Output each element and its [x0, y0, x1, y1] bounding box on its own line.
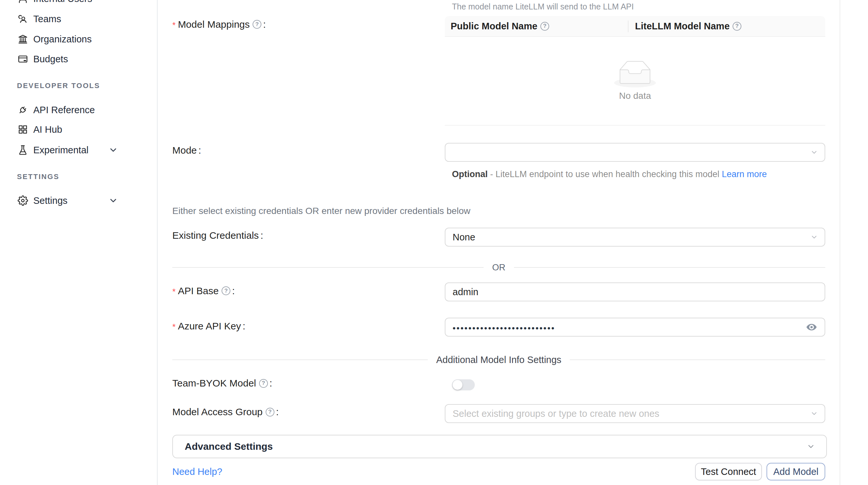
model-mappings-label: * Model Mappings ? : [172, 18, 266, 30]
test-connect-button[interactable]: Test Connect [695, 463, 762, 480]
user-icon [18, 0, 28, 4]
api-base-label: * API Base ? : [172, 285, 235, 297]
sidebar-item-label: AI Hub [33, 124, 62, 135]
help-circle-icon[interactable]: ? [540, 22, 549, 31]
credit-card-icon [18, 54, 28, 64]
chevron-down-icon [810, 149, 818, 156]
credentials-note: Either select existing credentials OR en… [172, 206, 470, 216]
masked-password: •••••••••••••••••••••••••• [453, 323, 555, 333]
advanced-settings-label: Advanced Settings [185, 441, 273, 452]
azure-api-key-input[interactable]: •••••••••••••••••••••••••• [445, 318, 825, 336]
required-asterisk: * [172, 322, 176, 332]
mode-select[interactable] [445, 143, 825, 162]
teams-icon [18, 14, 28, 24]
learn-more-link[interactable]: Learn more [722, 169, 767, 179]
team-byok-label: Team-BYOK Model ? : [172, 378, 272, 389]
sidebar-item-internal-users[interactable]: Internal Users [0, 0, 157, 8]
sidebar-item-teams[interactable]: Teams [0, 9, 157, 29]
table-empty-state: No data [445, 37, 825, 126]
add-model-form: The model name LiteLLM will send to the … [158, 0, 840, 485]
bank-icon [18, 34, 28, 44]
sidebar-section-developer-tools: DEVELOPER TOOLS [17, 82, 100, 90]
empty-box-icon [614, 61, 656, 88]
chevron-down-icon [108, 196, 118, 205]
help-circle-icon[interactable]: ? [259, 379, 268, 388]
mode-helper-text: Optional - LiteLLM endpoint to use when … [452, 168, 819, 181]
advanced-settings-panel[interactable]: Advanced Settings [172, 435, 827, 458]
sidebar-item-api-reference[interactable]: API Reference [0, 100, 157, 120]
existing-credentials-select[interactable]: None [445, 228, 825, 247]
flask-icon [18, 145, 28, 155]
help-circle-icon[interactable]: ? [733, 22, 741, 31]
chevron-down-icon [108, 145, 118, 155]
page-right-divider [840, 0, 840, 485]
sidebar-item-label: Teams [33, 14, 61, 25]
sidebar-item-label: Budgets [33, 54, 68, 65]
sidebar-section-settings: SETTINGS [17, 172, 59, 181]
required-asterisk: * [172, 20, 176, 30]
help-circle-icon[interactable]: ? [253, 20, 261, 29]
sidebar: Internal Users Teams Organizations Budge… [0, 0, 158, 485]
api-base-input[interactable]: admin [445, 283, 825, 301]
add-model-page: Internal Users Teams Organizations Budge… [0, 0, 868, 485]
header-separator [628, 21, 628, 32]
no-data-text: No data [619, 91, 651, 101]
sidebar-item-label: Internal Users [33, 0, 92, 4]
sidebar-item-ai-hub[interactable]: AI Hub [0, 120, 157, 139]
plug-icon [18, 105, 28, 115]
eye-icon[interactable] [806, 322, 817, 332]
team-byok-toggle[interactable] [452, 379, 475, 390]
model-access-group-label: Model Access Group ? : [172, 407, 279, 418]
add-model-button[interactable]: Add Model [767, 463, 825, 480]
need-help-link[interactable]: Need Help? [172, 466, 222, 477]
litellm-model-name-helper: The model name LiteLLM will send to the … [452, 2, 634, 11]
help-circle-icon[interactable]: ? [222, 286, 230, 295]
sidebar-item-label: Settings [33, 195, 67, 206]
sidebar-item-label: Organizations [33, 34, 92, 45]
sidebar-item-label: Experimental [33, 145, 88, 156]
model-access-group-select[interactable]: Select existing groups or type to create… [445, 404, 825, 423]
help-circle-icon[interactable]: ? [266, 408, 274, 417]
sidebar-item-label: API Reference [33, 105, 95, 116]
mode-label: Mode: [172, 145, 201, 156]
sidebar-item-organizations[interactable]: Organizations [0, 29, 157, 49]
or-divider: OR [172, 263, 825, 272]
sidebar-item-settings[interactable]: Settings [0, 191, 157, 211]
model-mappings-table: Public Model Name ? LiteLLM Model Name ?… [445, 16, 825, 126]
column-public-model-name: Public Model Name ? [445, 16, 628, 36]
table-header: Public Model Name ? LiteLLM Model Name ? [445, 16, 825, 37]
column-litellm-model-name: LiteLLM Model Name ? [628, 16, 825, 36]
chevron-down-icon [810, 410, 818, 418]
existing-credentials-label: Existing Credentials: [172, 230, 263, 241]
additional-info-divider: Additional Model Info Settings [172, 355, 825, 365]
chevron-down-icon [807, 442, 815, 451]
grid-icon [18, 124, 28, 135]
sidebar-item-experimental[interactable]: Experimental [0, 140, 157, 160]
azure-api-key-label: * Azure API Key : [172, 320, 245, 332]
gear-icon [18, 195, 28, 206]
toggle-knob [453, 380, 462, 390]
sidebar-item-budgets[interactable]: Budgets [0, 49, 157, 69]
chevron-down-icon [810, 233, 818, 241]
required-asterisk: * [172, 287, 176, 297]
